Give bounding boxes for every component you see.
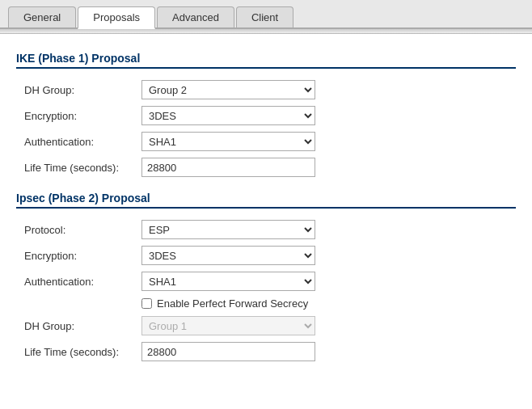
ipsec-encryption-select[interactable]: DES 3DES AES-128 AES-256: [141, 246, 315, 265]
main-content: IKE (Phase 1) Proposal DH Group: Group 1…: [0, 34, 532, 384]
ipsec-dh-group-label: DH Group:: [24, 320, 141, 332]
ipsec-auth-row: Authentication: MD5 SHA1 SHA256: [16, 272, 516, 291]
ipsec-auth-control: MD5 SHA1 SHA256: [141, 272, 315, 291]
ike-encryption-row: Encryption: DES 3DES AES-128 AES-256: [16, 106, 516, 125]
ipsec-protocol-select[interactable]: ESP AH: [141, 220, 315, 239]
ipsec-dh-group-select[interactable]: Group 1 Group 2 Group 5: [141, 316, 315, 335]
ipsec-encryption-control: DES 3DES AES-128 AES-256: [141, 246, 315, 265]
ike-lifetime-input[interactable]: [141, 158, 315, 177]
ipsec-encryption-label: Encryption:: [24, 250, 141, 262]
ike-auth-select[interactable]: MD5 SHA1 SHA256: [141, 132, 315, 151]
tab-general[interactable]: General: [8, 6, 76, 27]
ipsec-protocol-control: ESP AH: [141, 220, 315, 239]
ipsec-dh-group-row: DH Group: Group 1 Group 2 Group 5: [16, 316, 516, 335]
ipsec-lifetime-input[interactable]: [141, 342, 315, 361]
ipsec-encryption-row: Encryption: DES 3DES AES-128 AES-256: [16, 246, 516, 265]
tab-bar: General Proposals Advanced Client: [0, 0, 532, 29]
pfs-row: Enable Perfect Forward Secrecy: [16, 297, 516, 310]
ipsec-lifetime-control: [141, 342, 315, 361]
ipsec-auth-label: Authentication:: [24, 276, 141, 288]
tab-client[interactable]: Client: [236, 6, 293, 27]
ike-encryption-label: Encryption:: [24, 110, 141, 122]
ipsec-protocol-row: Protocol: ESP AH: [16, 220, 516, 239]
ipsec-protocol-label: Protocol:: [24, 224, 141, 236]
ike-encryption-control: DES 3DES AES-128 AES-256: [141, 106, 315, 125]
ipsec-dh-group-control: Group 1 Group 2 Group 5: [141, 316, 315, 335]
ike-dh-group-control: Group 1 Group 2 Group 5 Group 14: [141, 80, 315, 99]
ike-dh-group-select[interactable]: Group 1 Group 2 Group 5 Group 14: [141, 80, 315, 99]
pfs-label: Enable Perfect Forward Secrecy: [157, 297, 308, 310]
ike-auth-row: Authentication: MD5 SHA1 SHA256: [16, 132, 516, 151]
ike-lifetime-label: Life Time (seconds):: [24, 162, 141, 174]
ipsec-auth-select[interactable]: MD5 SHA1 SHA256: [141, 272, 315, 291]
ike-lifetime-control: [141, 158, 315, 177]
ike-lifetime-row: Life Time (seconds):: [16, 158, 516, 177]
tab-advanced[interactable]: Advanced: [157, 6, 234, 27]
ike-dh-group-label: DH Group:: [24, 84, 141, 96]
ike-section-title: IKE (Phase 1) Proposal: [16, 52, 516, 69]
ipsec-lifetime-row: Life Time (seconds):: [16, 342, 516, 361]
ike-auth-control: MD5 SHA1 SHA256: [141, 132, 315, 151]
ike-encryption-select[interactable]: DES 3DES AES-128 AES-256: [141, 106, 315, 125]
ipsec-section-title: Ipsec (Phase 2) Proposal: [16, 192, 516, 209]
ike-dh-group-row: DH Group: Group 1 Group 2 Group 5 Group …: [16, 80, 516, 99]
ike-auth-label: Authentication:: [24, 136, 141, 148]
tab-proposals[interactable]: Proposals: [78, 6, 155, 29]
ipsec-lifetime-label: Life Time (seconds):: [24, 346, 141, 358]
pfs-checkbox[interactable]: [141, 298, 152, 309]
